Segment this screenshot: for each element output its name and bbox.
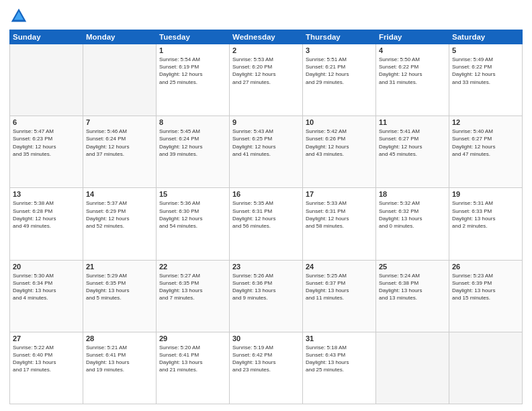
day-number: 16 xyxy=(232,190,300,198)
day-info: Sunrise: 5:19 AM Sunset: 6:42 PM Dayligh… xyxy=(232,344,300,374)
day-info: Sunrise: 5:31 AM Sunset: 6:33 PM Dayligh… xyxy=(452,199,519,230)
calendar-weekday-header: Wednesday xyxy=(230,30,303,44)
calendar-week-row: 27Sunrise: 5:22 AM Sunset: 6:40 PM Dayli… xyxy=(10,332,523,404)
calendar-cell: 27Sunrise: 5:22 AM Sunset: 6:40 PM Dayli… xyxy=(10,332,83,404)
calendar-week-row: 13Sunrise: 5:38 AM Sunset: 6:28 PM Dayli… xyxy=(10,188,523,260)
day-info: Sunrise: 5:45 AM Sunset: 6:24 PM Dayligh… xyxy=(159,128,226,158)
day-number: 2 xyxy=(232,46,300,54)
day-number: 9 xyxy=(232,118,300,126)
calendar-cell: 31Sunrise: 5:18 AM Sunset: 6:43 PM Dayli… xyxy=(303,332,376,404)
day-number: 23 xyxy=(232,263,300,271)
calendar-weekday-header: Monday xyxy=(83,30,157,44)
calendar-weekday-header: Tuesday xyxy=(157,30,230,44)
day-info: Sunrise: 5:38 AM Sunset: 6:28 PM Dayligh… xyxy=(13,199,80,230)
day-info: Sunrise: 5:20 AM Sunset: 6:41 PM Dayligh… xyxy=(159,344,226,374)
calendar-cell: 17Sunrise: 5:33 AM Sunset: 6:31 PM Dayli… xyxy=(303,188,376,260)
day-info: Sunrise: 5:42 AM Sunset: 6:26 PM Dayligh… xyxy=(306,128,373,158)
page: SundayMondayTuesdayWednesdayThursdayFrid… xyxy=(0,0,532,411)
day-info: Sunrise: 5:37 AM Sunset: 6:29 PM Dayligh… xyxy=(86,199,153,230)
day-info: Sunrise: 5:49 AM Sunset: 6:22 PM Dayligh… xyxy=(452,56,519,86)
day-number: 20 xyxy=(13,263,80,271)
day-number: 7 xyxy=(86,118,153,126)
calendar-weekday-header: Friday xyxy=(376,30,449,44)
day-info: Sunrise: 5:36 AM Sunset: 6:30 PM Dayligh… xyxy=(159,199,226,230)
day-info: Sunrise: 5:24 AM Sunset: 6:38 PM Dayligh… xyxy=(379,272,446,302)
logo xyxy=(9,7,31,26)
calendar-cell: 11Sunrise: 5:41 AM Sunset: 6:27 PM Dayli… xyxy=(376,116,449,188)
calendar-cell: 12Sunrise: 5:40 AM Sunset: 6:27 PM Dayli… xyxy=(449,116,523,188)
day-number: 4 xyxy=(379,46,446,54)
day-number: 10 xyxy=(306,118,373,126)
day-info: Sunrise: 5:29 AM Sunset: 6:35 PM Dayligh… xyxy=(86,272,153,302)
calendar-cell: 1Sunrise: 5:54 AM Sunset: 6:19 PM Daylig… xyxy=(157,44,230,116)
calendar-table: SundayMondayTuesdayWednesdayThursdayFrid… xyxy=(9,30,523,404)
calendar-cell: 2Sunrise: 5:53 AM Sunset: 6:20 PM Daylig… xyxy=(230,44,303,116)
calendar-cell: 7Sunrise: 5:46 AM Sunset: 6:24 PM Daylig… xyxy=(83,116,157,188)
calendar-cell: 13Sunrise: 5:38 AM Sunset: 6:28 PM Dayli… xyxy=(10,188,83,260)
day-info: Sunrise: 5:18 AM Sunset: 6:43 PM Dayligh… xyxy=(306,344,373,374)
logo-icon xyxy=(9,7,28,26)
day-number: 27 xyxy=(13,334,80,342)
day-info: Sunrise: 5:35 AM Sunset: 6:31 PM Dayligh… xyxy=(232,199,300,230)
day-info: Sunrise: 5:32 AM Sunset: 6:32 PM Dayligh… xyxy=(379,199,446,230)
day-number: 24 xyxy=(306,263,373,271)
calendar-cell: 4Sunrise: 5:50 AM Sunset: 6:22 PM Daylig… xyxy=(376,44,449,116)
day-info: Sunrise: 5:50 AM Sunset: 6:22 PM Dayligh… xyxy=(379,56,446,86)
day-info: Sunrise: 5:30 AM Sunset: 6:34 PM Dayligh… xyxy=(13,272,80,302)
day-number: 18 xyxy=(379,190,446,198)
calendar-cell: 26Sunrise: 5:23 AM Sunset: 6:39 PM Dayli… xyxy=(449,260,523,332)
day-number: 29 xyxy=(159,334,226,342)
calendar-week-row: 1Sunrise: 5:54 AM Sunset: 6:19 PM Daylig… xyxy=(10,44,523,116)
calendar-cell: 9Sunrise: 5:43 AM Sunset: 6:25 PM Daylig… xyxy=(230,116,303,188)
calendar-cell: 28Sunrise: 5:21 AM Sunset: 6:41 PM Dayli… xyxy=(83,332,157,404)
day-info: Sunrise: 5:23 AM Sunset: 6:39 PM Dayligh… xyxy=(452,272,519,302)
day-info: Sunrise: 5:22 AM Sunset: 6:40 PM Dayligh… xyxy=(13,344,80,374)
calendar-cell: 8Sunrise: 5:45 AM Sunset: 6:24 PM Daylig… xyxy=(157,116,230,188)
day-number: 5 xyxy=(452,46,519,54)
calendar-cell: 10Sunrise: 5:42 AM Sunset: 6:26 PM Dayli… xyxy=(303,116,376,188)
calendar-week-row: 20Sunrise: 5:30 AM Sunset: 6:34 PM Dayli… xyxy=(10,260,523,332)
day-number: 12 xyxy=(452,118,519,126)
day-info: Sunrise: 5:27 AM Sunset: 6:35 PM Dayligh… xyxy=(159,272,226,302)
calendar-cell: 30Sunrise: 5:19 AM Sunset: 6:42 PM Dayli… xyxy=(230,332,303,404)
calendar-cell: 25Sunrise: 5:24 AM Sunset: 6:38 PM Dayli… xyxy=(376,260,449,332)
calendar-cell: 21Sunrise: 5:29 AM Sunset: 6:35 PM Dayli… xyxy=(83,260,157,332)
day-number: 11 xyxy=(379,118,446,126)
calendar-cell: 14Sunrise: 5:37 AM Sunset: 6:29 PM Dayli… xyxy=(83,188,157,260)
calendar-cell: 19Sunrise: 5:31 AM Sunset: 6:33 PM Dayli… xyxy=(449,188,523,260)
calendar-weekday-header: Saturday xyxy=(449,30,523,44)
calendar-weekday-header: Sunday xyxy=(10,30,83,44)
calendar-cell: 15Sunrise: 5:36 AM Sunset: 6:30 PM Dayli… xyxy=(157,188,230,260)
calendar-cell: 22Sunrise: 5:27 AM Sunset: 6:35 PM Dayli… xyxy=(157,260,230,332)
day-number: 25 xyxy=(379,263,446,271)
day-info: Sunrise: 5:33 AM Sunset: 6:31 PM Dayligh… xyxy=(306,199,373,230)
calendar-cell: 5Sunrise: 5:49 AM Sunset: 6:22 PM Daylig… xyxy=(449,44,523,116)
day-info: Sunrise: 5:54 AM Sunset: 6:19 PM Dayligh… xyxy=(159,56,226,86)
day-info: Sunrise: 5:25 AM Sunset: 6:37 PM Dayligh… xyxy=(306,272,373,302)
day-info: Sunrise: 5:47 AM Sunset: 6:23 PM Dayligh… xyxy=(13,128,80,158)
day-number: 19 xyxy=(452,190,519,198)
calendar-cell: 20Sunrise: 5:30 AM Sunset: 6:34 PM Dayli… xyxy=(10,260,83,332)
calendar-cell: 6Sunrise: 5:47 AM Sunset: 6:23 PM Daylig… xyxy=(10,116,83,188)
day-number: 8 xyxy=(159,118,226,126)
day-info: Sunrise: 5:51 AM Sunset: 6:21 PM Dayligh… xyxy=(306,56,373,86)
day-number: 28 xyxy=(86,334,153,342)
day-number: 3 xyxy=(306,46,373,54)
day-info: Sunrise: 5:53 AM Sunset: 6:20 PM Dayligh… xyxy=(232,56,300,86)
calendar-cell: 16Sunrise: 5:35 AM Sunset: 6:31 PM Dayli… xyxy=(230,188,303,260)
day-number: 6 xyxy=(13,118,80,126)
day-number: 21 xyxy=(86,263,153,271)
calendar-cell xyxy=(449,332,523,404)
day-number: 15 xyxy=(159,190,226,198)
day-number: 30 xyxy=(232,334,300,342)
calendar-week-row: 6Sunrise: 5:47 AM Sunset: 6:23 PM Daylig… xyxy=(10,116,523,188)
day-info: Sunrise: 5:21 AM Sunset: 6:41 PM Dayligh… xyxy=(86,344,153,374)
day-number: 17 xyxy=(306,190,373,198)
day-number: 22 xyxy=(159,263,226,271)
day-info: Sunrise: 5:46 AM Sunset: 6:24 PM Dayligh… xyxy=(86,128,153,158)
calendar-cell: 18Sunrise: 5:32 AM Sunset: 6:32 PM Dayli… xyxy=(376,188,449,260)
calendar-cell: 23Sunrise: 5:26 AM Sunset: 6:36 PM Dayli… xyxy=(230,260,303,332)
day-number: 1 xyxy=(159,46,226,54)
day-number: 14 xyxy=(86,190,153,198)
header xyxy=(9,7,523,26)
